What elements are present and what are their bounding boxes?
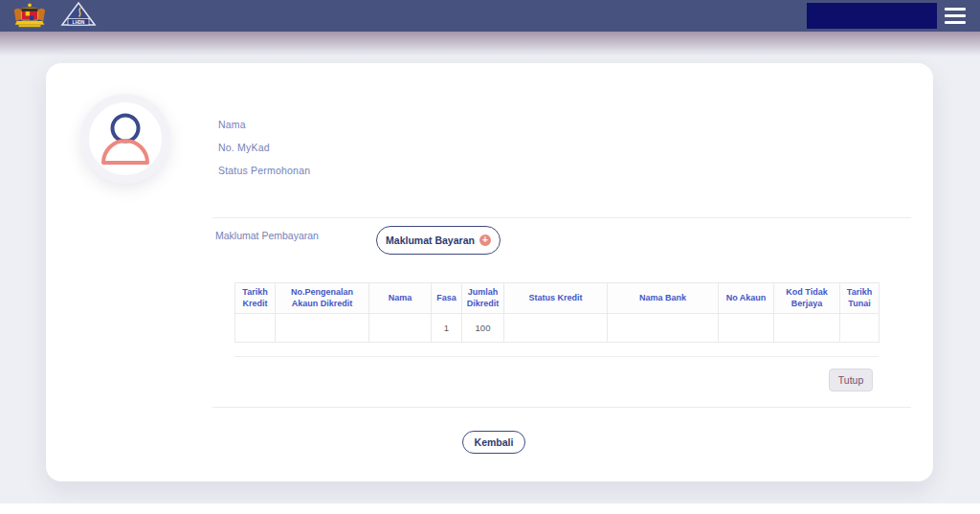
label-status-permohonan: Status Permohonan [218,165,310,176]
cell-kod-tidak-berjaya [774,314,840,343]
col-nama: Nama [369,283,432,314]
table-header-row: Tarikh Kredit No.Pengenalan Akaun Dikred… [235,283,880,314]
cell-jumlah-dikredit: 100 [462,314,504,343]
hamburger-menu-icon[interactable] [943,6,968,26]
maklumat-bayaran-button-label: Maklumat Bayaran [386,235,475,246]
maklumat-bayaran-button[interactable]: Maklumat Bayaran + [376,226,501,255]
lhdn-malaysia-logo: LHDN MALAYSIA [59,1,98,31]
cell-nama [369,314,432,343]
col-no-pengenalan-akaun-dikredit: No.Pengenalan Akaun Dikredit [276,283,369,314]
cell-no-pengenalan-akaun-dikredit [276,314,369,343]
col-kod-tidak-berjaya: Kod Tidak Berjaya [774,283,840,314]
cell-no-akaun [719,314,774,343]
cell-tarikh-kredit [235,314,276,343]
malaysia-coat-of-arms-logo [10,2,50,30]
tutup-button[interactable]: Tutup [829,369,873,391]
label-nama: Nama [218,119,246,130]
col-no-akaun: No Akaun [719,283,774,314]
col-tarikh-tunai: Tarikh Tunai [840,283,880,314]
cell-tarikh-tunai [840,314,880,343]
col-tarikh-kredit: Tarikh Kredit [235,283,276,314]
divider [212,217,911,218]
header-user-box [807,3,937,29]
plus-circle-icon: + [479,235,491,246]
top-navigation-bar: LHDN MALAYSIA [0,0,980,32]
lhdn-logo-subtext: MALAYSIA [66,27,91,31]
col-nama-bank: Nama Bank [608,283,719,314]
cell-fasa: 1 [432,314,462,343]
col-fasa: Fasa [432,283,462,314]
person-icon [89,102,162,175]
payment-table: Tarikh Kredit No.Pengenalan Akaun Dikred… [234,282,880,343]
label-no-mykad: No. MyKad [218,142,270,153]
application-detail-card: Nama No. MyKad Status Permohonan Makluma… [46,63,933,481]
lhdn-logo-text: LHDN [73,20,85,25]
col-status-kredit: Status Kredit [504,283,608,314]
kembali-button[interactable]: Kembali [462,431,525,454]
user-avatar [80,94,170,184]
divider [234,356,879,357]
bottom-strip [0,503,980,514]
divider [212,407,911,408]
col-jumlah-dikredit: Jumlah Dikredit [462,283,504,314]
cell-status-kredit [504,314,608,343]
table-row: 1 100 [235,314,880,343]
maklumat-pembayaran-label: Maklumat Pembayaran [215,230,319,241]
header-gradient [0,32,980,60]
cell-nama-bank [608,314,719,343]
